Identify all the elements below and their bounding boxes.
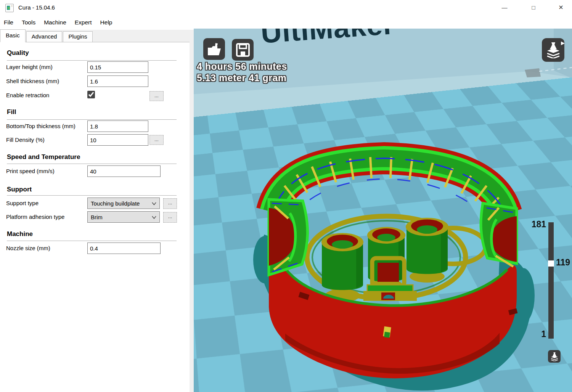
layer-height-input[interactable] (87, 61, 148, 73)
section-quality-title: Quality (7, 49, 29, 57)
section-fill-title: Fill (7, 108, 16, 116)
layer-max-label: 181 (529, 219, 546, 230)
layers-small-button[interactable] (548, 350, 561, 363)
section-support-title: Support (7, 186, 32, 193)
save-toolpath-button[interactable] (232, 39, 254, 61)
support-type-select[interactable]: Touching buildplate (87, 198, 160, 209)
layer-current-label: 119 (556, 257, 570, 268)
fill-density-label: Fill Density (%) (6, 137, 45, 143)
corner-pocket-left (269, 199, 308, 275)
platform-adhesion-value: Brim (91, 214, 103, 220)
title-bar: Cura - 15.04.6 — □ ✕ (0, 0, 572, 15)
minimize-button[interactable]: — (499, 3, 510, 12)
viewport-3d[interactable]: UltiMaker (194, 29, 572, 392)
layer-min-label: 1 (529, 329, 546, 339)
section-rule (7, 241, 177, 241)
settings-panel: Quality Layer height (mm) Shell thicknes… (0, 42, 190, 392)
section-machine-title: Machine (7, 230, 33, 238)
section-speed-title: Speed and Temperature (7, 153, 80, 161)
shell-thickness-label: Shell thickness (mm) (6, 78, 59, 84)
tab-plugins[interactable]: Plugins (63, 31, 92, 42)
menu-bar: File Tools Machine Expert Help (0, 15, 572, 30)
maximize-button[interactable]: □ (528, 3, 539, 12)
chevron-down-icon (152, 201, 156, 206)
chevron-down-icon (152, 215, 156, 220)
support-type-label: Support type (6, 200, 39, 206)
cylinder-right (406, 218, 448, 283)
section-rule (7, 164, 177, 164)
menu-help[interactable]: Help (96, 19, 117, 26)
support-type-value: Touching buildplate (91, 200, 140, 207)
bottom-top-thickness-input[interactable] (87, 120, 148, 132)
tab-advanced[interactable]: Advanced (26, 31, 63, 42)
nozzle-size-label: Nozzle size (mm) (6, 245, 50, 251)
view-mode-expand-arrow[interactable]: ▶ (561, 40, 565, 46)
menu-expert[interactable]: Expert (71, 19, 96, 26)
cura-window: Cura - 15.04.6 — □ ✕ File Tools Machine … (0, 0, 572, 392)
section-rule (7, 195, 177, 196)
adhesion-more-button[interactable]: ... (163, 212, 177, 223)
close-button[interactable]: ✕ (555, 3, 567, 12)
enable-retraction-label: Enable retraction (6, 92, 49, 98)
retraction-more-button[interactable]: ... (149, 91, 164, 101)
section-rule (7, 119, 177, 120)
corner-pocket-right (481, 203, 517, 267)
save-icon (236, 43, 250, 57)
platform-adhesion-label: Platform adhesion type (6, 214, 64, 220)
load-model-icon (207, 42, 222, 56)
enable-retraction-checkbox[interactable] (87, 91, 95, 98)
section-rule (7, 60, 177, 61)
layers-small-icon (550, 352, 559, 361)
fill-density-input[interactable] (87, 134, 148, 146)
material-usage-text: 5.13 meter 41 gram (197, 72, 287, 84)
support-more-button[interactable]: ... (163, 198, 177, 209)
layers-view-icon (546, 42, 561, 58)
menu-machine[interactable]: Machine (40, 19, 71, 26)
load-model-button[interactable] (203, 38, 225, 60)
menu-tools[interactable]: Tools (18, 19, 40, 26)
layer-height-label: Layer height (mm) (6, 64, 53, 70)
shell-thickness-input[interactable] (87, 76, 148, 87)
window-title: Cura - 15.04.6 (18, 4, 55, 11)
bottom-top-thickness-label: Bottom/Top thickness (mm) (6, 123, 76, 129)
tab-strip: Basic Advanced Plugins (0, 30, 93, 42)
tab-basic[interactable]: Basic (0, 29, 26, 42)
menu-file[interactable]: File (0, 19, 18, 26)
cura-app-icon (5, 4, 14, 12)
print-speed-label: Print speed (mm/s) (6, 168, 55, 174)
print-speed-input[interactable] (87, 165, 161, 177)
platform-adhesion-select[interactable]: Brim (87, 211, 160, 223)
layer-slider-handle[interactable] (548, 260, 554, 267)
nozzle-size-input[interactable] (87, 243, 161, 254)
layer-slider[interactable] (548, 222, 554, 339)
print-time-text: 4 hours 56 minutes (197, 61, 287, 72)
fill-more-button[interactable]: ... (149, 135, 164, 145)
